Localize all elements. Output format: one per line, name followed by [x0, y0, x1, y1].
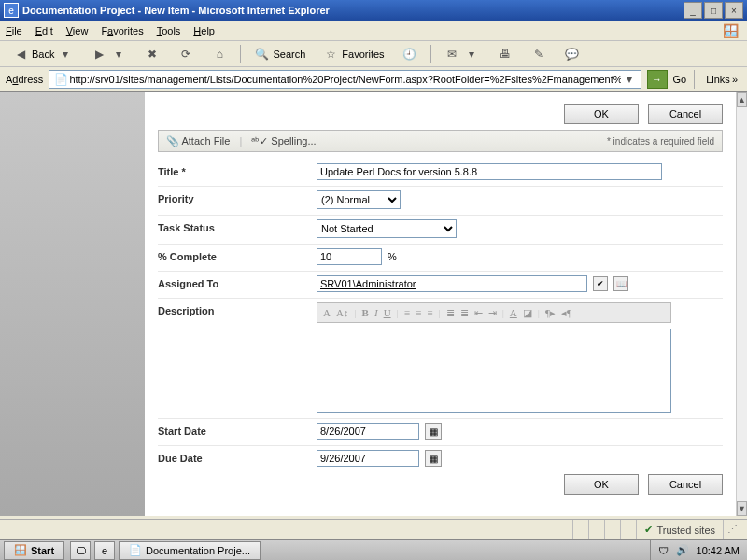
scroll-up-icon[interactable]: ▲	[737, 92, 747, 107]
refresh-button[interactable]: ⟳	[171, 43, 201, 65]
discuss-button[interactable]: 💬	[557, 43, 587, 65]
vertical-scrollbar[interactable]: ▲ ▼	[736, 92, 747, 516]
row-assigned: Assigned To ✔ 📖	[158, 272, 723, 299]
security-zone: ✔ Trusted sites	[636, 520, 723, 539]
go-button[interactable]: →	[647, 70, 668, 89]
status-select[interactable]: Not Started	[317, 219, 457, 238]
windows-taskbar: 🪟 Start 🖵 e 📄 Documentation Proje... 🛡 🔊…	[0, 539, 747, 560]
chevron-icon: »	[732, 74, 738, 85]
toolbar-separator: |	[239, 135, 242, 147]
start-button[interactable]: 🪟 Start	[4, 541, 64, 560]
font-size2-icon[interactable]: A↕	[336, 307, 348, 318]
home-button[interactable]: ⌂	[204, 43, 234, 65]
ltr-icon[interactable]: ¶▸	[545, 307, 556, 319]
search-button[interactable]: 🔍 Search	[247, 43, 312, 65]
menu-tools[interactable]: Tools	[157, 25, 181, 36]
quicklaunch-ie[interactable]: e	[94, 541, 115, 560]
row-start-date: Start Date ▦	[158, 419, 723, 446]
print-button[interactable]: 🖶	[490, 43, 520, 65]
address-label: Address	[6, 74, 43, 85]
taskbar-item-doc[interactable]: 📄 Documentation Proje...	[119, 541, 261, 560]
ok-button-top[interactable]: OK	[564, 104, 639, 124]
edit-icon: ✎	[530, 46, 547, 63]
rtl-icon[interactable]: ◂¶	[561, 307, 571, 319]
outdent-icon[interactable]: ⇤	[474, 307, 483, 319]
dropdown-icon[interactable]: ▾	[621, 71, 638, 88]
due-date-input[interactable]	[317, 450, 419, 467]
page-gutter	[0, 92, 145, 516]
clock: 10:42 AM	[697, 545, 740, 556]
form-panel: OK Cancel 📎 Attach File | ᵃᵇ✓ Spelling..…	[145, 92, 736, 516]
italic-icon[interactable]: I	[374, 307, 378, 318]
title-input[interactable]	[317, 163, 662, 180]
forward-button[interactable]: ▶ ▾	[84, 43, 134, 65]
check-names-icon[interactable]: ✔	[593, 276, 608, 291]
close-button[interactable]: ×	[725, 2, 743, 19]
pct-label: % Complete	[158, 248, 317, 262]
resize-grip[interactable]: ⋰	[723, 520, 741, 539]
links-label: Links	[706, 74, 730, 85]
ie-app-icon: e	[4, 3, 19, 18]
browse-people-icon[interactable]: 📖	[613, 276, 628, 291]
ok-button-bottom[interactable]: OK	[564, 474, 639, 495]
page-icon: 📄	[52, 71, 69, 88]
stop-button[interactable]: ✖	[137, 43, 167, 65]
start-date-input[interactable]	[317, 423, 419, 440]
quicklaunch-desktop[interactable]: 🖵	[70, 541, 91, 560]
font-size-icon[interactable]: A	[323, 307, 331, 318]
calendar-icon[interactable]: ▦	[425, 423, 442, 440]
separator	[240, 45, 241, 63]
description-textarea[interactable]	[317, 329, 671, 413]
align-right-icon[interactable]: ≡	[427, 307, 432, 318]
menu-file[interactable]: File	[6, 25, 22, 36]
scroll-track[interactable]	[737, 107, 747, 501]
bold-icon[interactable]: B	[362, 307, 369, 318]
maximize-button[interactable]: □	[704, 2, 723, 19]
cancel-button-bottom[interactable]: Cancel	[648, 474, 723, 495]
menu-edit[interactable]: Edit	[35, 25, 53, 36]
mail-button[interactable]: ✉▾	[437, 43, 486, 65]
row-status: Task Status Not Started	[158, 216, 723, 245]
stop-icon: ✖	[144, 46, 161, 63]
addressbar: Address 📄 ▾ → Go Links »	[0, 67, 747, 91]
windows-icon: 🪟	[14, 544, 27, 556]
highlight-icon[interactable]: ◪	[523, 307, 532, 319]
pct-input[interactable]	[317, 248, 382, 265]
search-icon: 🔍	[253, 46, 270, 63]
back-label: Back	[32, 49, 54, 60]
favorites-button[interactable]: ☆ Favorites	[316, 43, 390, 65]
assigned-input[interactable]	[317, 275, 587, 292]
menu-view[interactable]: View	[66, 25, 89, 36]
edit-button[interactable]: ✎	[524, 43, 554, 65]
underline-icon[interactable]: U	[384, 307, 391, 318]
history-button[interactable]: 🕘	[395, 43, 425, 65]
font-color-icon[interactable]: A	[510, 307, 517, 318]
form-toolbar: 📎 Attach File | ᵃᵇ✓ Spelling... * indica…	[158, 130, 723, 152]
list-num-icon[interactable]: ≣	[446, 307, 455, 319]
attach-file-button[interactable]: 📎 Attach File	[166, 135, 230, 147]
desc-label: Description	[158, 302, 317, 316]
align-left-icon[interactable]: ≡	[404, 307, 410, 318]
list-bul-icon[interactable]: ≣	[460, 307, 469, 319]
spelling-button[interactable]: ᵃᵇ✓ Spelling...	[251, 135, 316, 147]
links-button[interactable]: Links »	[702, 74, 741, 85]
scroll-down-icon[interactable]: ▼	[737, 501, 747, 516]
due-date-label: Due Date	[158, 450, 317, 464]
tray-icon[interactable]: 🛡	[658, 545, 669, 556]
separator	[694, 70, 695, 89]
ie-logo-icon: 🪟	[719, 21, 741, 40]
ie-icon: 📄	[129, 544, 142, 556]
calendar-icon[interactable]: ▦	[425, 450, 442, 467]
url-input[interactable]	[69, 74, 620, 85]
minimize-button[interactable]: _	[684, 2, 702, 19]
indent-icon[interactable]: ⇥	[488, 307, 497, 319]
menu-favorites[interactable]: Favorites	[101, 25, 143, 36]
align-center-icon[interactable]: ≡	[416, 307, 421, 318]
attach-label: Attach File	[181, 135, 230, 147]
menu-help[interactable]: Help	[193, 25, 215, 36]
back-button[interactable]: ◀ Back ▾	[6, 43, 80, 65]
cancel-button-top[interactable]: Cancel	[648, 104, 723, 124]
tray-icon[interactable]: 🔊	[676, 544, 689, 556]
required-note: * indicates a required field	[607, 136, 714, 147]
priority-select[interactable]: (2) Normal	[317, 190, 401, 209]
